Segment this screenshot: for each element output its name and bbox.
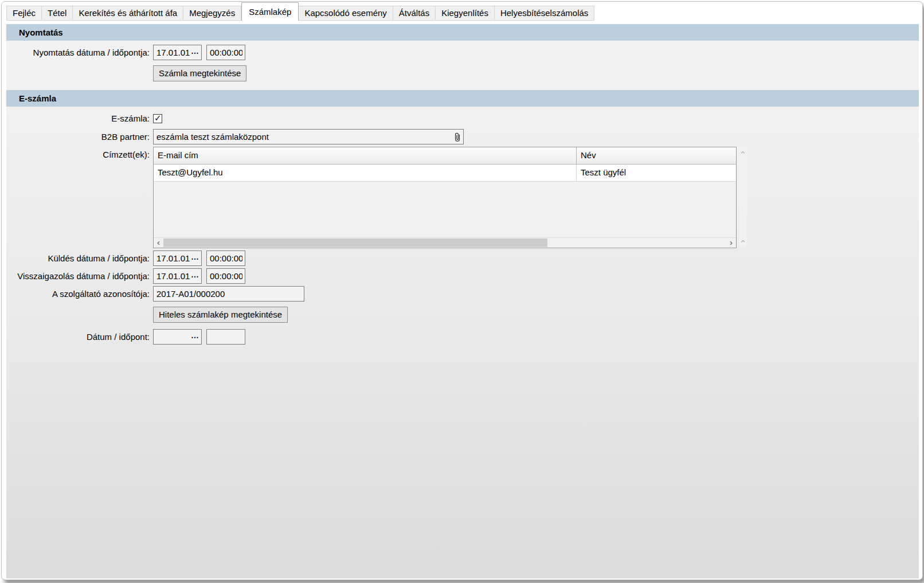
- view-certified-invoice-button[interactable]: Hiteles számlakép megtekintése: [153, 307, 288, 323]
- b2b-partner-row: B2B partner: eszámla teszt számlaközpont: [6, 129, 919, 144]
- table-empty-area: [154, 182, 736, 237]
- section-header-nyomtatas: Nyomtatás: [6, 24, 919, 41]
- print-date-field[interactable]: 17.01.01. …: [153, 45, 202, 60]
- tab-helyesbiteselszamolas[interactable]: Helyesbítéselszámolás: [495, 6, 594, 21]
- view-invoice-row: Számla megtekintése: [6, 65, 919, 81]
- paperclip-icon[interactable]: [454, 132, 461, 142]
- invoice-window: Fejléc Tétel Kerekítés és áthárított áfa…: [1, 1, 923, 580]
- b2b-partner-field[interactable]: eszámla teszt számlaközpont: [153, 129, 464, 144]
- print-date-label: Nyomtatás dátuma / időpontja:: [6, 48, 153, 57]
- send-date-value: 17.01.01.: [156, 253, 190, 263]
- tab-kiegyenlites[interactable]: Kiegyenlítés: [436, 6, 495, 21]
- confirm-date-label: Visszaigazolás dátuma / időpontja:: [6, 271, 153, 281]
- horizontal-scrollbar-thumb[interactable]: [163, 238, 547, 247]
- print-time-value: 00:00:00: [210, 48, 242, 57]
- datetime-date-field[interactable]: …: [153, 329, 202, 345]
- recipients-label: Címzett(ek):: [6, 147, 153, 159]
- confirm-date-field[interactable]: 17.01.01. …: [153, 268, 202, 284]
- recipients-table-header: E-mail cím Név: [154, 147, 736, 165]
- einvoice-checkbox-row: E-számla: ✓: [6, 114, 919, 123]
- print-date-value: 17.01.01.: [156, 48, 190, 57]
- send-time-field[interactable]: 00:00:00: [206, 251, 245, 266]
- send-date-row: Küldés dátuma / időpontja: 17.01.01. … 0…: [6, 251, 919, 266]
- confirm-time-field[interactable]: 00:00:00: [206, 268, 245, 284]
- b2b-partner-label: B2B partner:: [6, 132, 153, 142]
- date-picker-ellipsis-icon[interactable]: …: [190, 48, 199, 54]
- confirm-date-row: Visszaigazolás dátuma / időpontja: 17.01…: [6, 268, 919, 284]
- tab-bar: Fejléc Tétel Kerekítés és áthárított áfa…: [6, 2, 919, 21]
- send-date-field[interactable]: 17.01.01. …: [153, 251, 202, 266]
- certified-view-row: Hiteles számlakép megtekintése: [6, 307, 919, 323]
- tab-megjegyzes[interactable]: Megjegyzés: [183, 6, 241, 21]
- vertical-scrollbar[interactable]: ‹ ›: [739, 147, 747, 247]
- tab-atvaltas[interactable]: Átváltás: [393, 6, 436, 21]
- recipients-table: E-mail cím Név Teszt@Ugyfel.hu Teszt ügy…: [153, 147, 737, 248]
- recipient-email-cell[interactable]: Teszt@Ugyfel.hu: [154, 165, 577, 181]
- datetime-row: Dátum / időpont: …: [6, 329, 919, 345]
- check-icon: ✓: [154, 113, 162, 123]
- confirm-time-value: 00:00:00: [210, 271, 242, 281]
- print-time-field[interactable]: 00:00:00: [206, 45, 245, 60]
- einvoice-checkbox-label: E-számla:: [6, 114, 153, 123]
- date-picker-ellipsis-icon[interactable]: …: [190, 272, 199, 277]
- tab-fejlec[interactable]: Fejléc: [6, 6, 42, 21]
- recipient-name-cell[interactable]: Teszt ügyfél: [577, 165, 736, 181]
- confirm-date-value: 17.01.01.: [156, 271, 190, 281]
- column-header-name[interactable]: Név: [577, 147, 736, 164]
- scroll-right-icon[interactable]: ›: [726, 238, 736, 248]
- view-invoice-button[interactable]: Számla megtekintése: [153, 65, 246, 81]
- table-row[interactable]: Teszt@Ugyfel.hu Teszt ügyfél: [154, 165, 736, 182]
- horizontal-scrollbar[interactable]: ‹ ›: [154, 237, 736, 248]
- tab-kerekites[interactable]: Kerekítés és áthárított áfa: [73, 6, 183, 21]
- send-date-label: Küldés dátuma / időpontja:: [6, 253, 153, 263]
- datetime-label: Dátum / időpont:: [6, 332, 153, 342]
- tab-szamlakep[interactable]: Számlakép: [241, 2, 299, 21]
- tab-tetel[interactable]: Tétel: [42, 6, 73, 21]
- tab-kapcsolodo-esemeny[interactable]: Kapcsolódó esemény: [299, 6, 393, 21]
- einvoice-checkbox[interactable]: ✓: [153, 114, 162, 123]
- scroll-down-icon[interactable]: ›: [738, 237, 747, 245]
- provider-id-field[interactable]: 2017-A01/000200: [153, 286, 304, 302]
- page-background: [6, 347, 919, 578]
- section-header-eszamla: E-számla: [6, 90, 919, 107]
- provider-id-value: 2017-A01/000200: [156, 289, 302, 299]
- provider-id-label: A szolgáltató azonosítója:: [6, 289, 153, 299]
- scroll-left-icon[interactable]: ‹: [154, 238, 163, 248]
- date-picker-ellipsis-icon[interactable]: …: [190, 332, 199, 338]
- scroll-up-icon[interactable]: ‹: [738, 148, 747, 156]
- tab-page-szamlakep: Nyomtatás Nyomtatás dátuma / időpontja: …: [6, 24, 919, 347]
- provider-id-row: A szolgáltató azonosítója: 2017-A01/0002…: [6, 286, 919, 302]
- datetime-time-field[interactable]: [206, 329, 245, 345]
- recipients-row: Címzett(ek): E-mail cím Név Teszt@Ugyfel…: [6, 147, 919, 248]
- print-date-row: Nyomtatás dátuma / időpontja: 17.01.01. …: [6, 45, 919, 60]
- b2b-partner-value: eszámla teszt számlaközpont: [156, 132, 454, 142]
- send-time-value: 00:00:00: [210, 253, 242, 263]
- date-picker-ellipsis-icon[interactable]: …: [190, 254, 199, 260]
- column-header-email[interactable]: E-mail cím: [154, 147, 577, 164]
